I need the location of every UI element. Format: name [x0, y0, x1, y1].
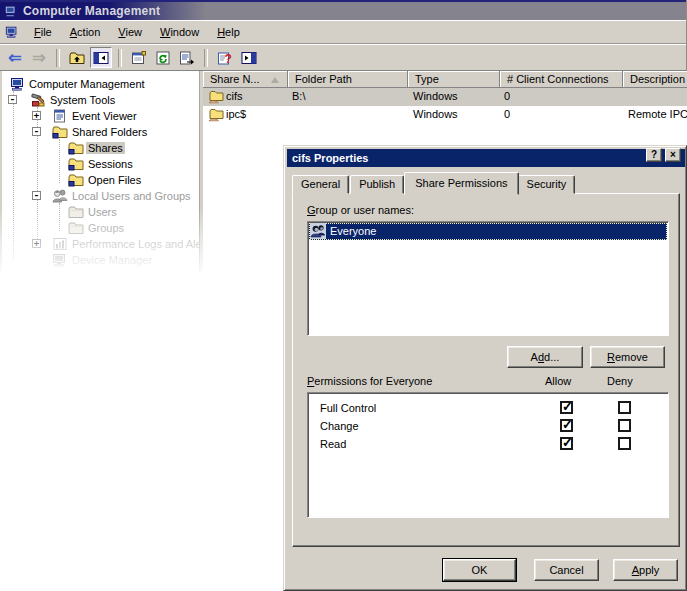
- tree-item-computer-management[interactable]: Computer Management: [2, 76, 199, 92]
- column-header-folder-path[interactable]: Folder Path: [288, 71, 408, 88]
- shared-folder-icon: [68, 140, 84, 156]
- share-row-ipc[interactable]: ipc$ Windows 0 Remote IPC: [203, 106, 687, 124]
- tree-item-system-tools[interactable]: - System Tools: [2, 92, 199, 108]
- close-icon: ×: [670, 150, 676, 160]
- deny-checkbox-full-control[interactable]: [618, 401, 631, 414]
- column-header-type[interactable]: Type: [408, 71, 500, 88]
- menu-file[interactable]: File: [25, 24, 61, 40]
- up-one-level-button[interactable]: [66, 47, 88, 68]
- toolbar-separator: [204, 49, 208, 67]
- everyone-group-icon: [310, 223, 326, 239]
- permission-row-change: Change: [308, 417, 668, 435]
- forward-button[interactable]: ⇒: [28, 47, 50, 68]
- tab-share-permissions[interactable]: Share Permissions: [404, 172, 518, 195]
- performance-icon: [52, 236, 68, 252]
- cifs-properties-dialog: cifs Properties ? × General Publish Shar…: [283, 145, 687, 591]
- computer-icon: [52, 252, 68, 268]
- share-permissions-page: Group or user names: Everyone Add... Rem…: [292, 193, 680, 547]
- share-row-cifs[interactable]: cifs B:\ Windows 0: [203, 88, 687, 106]
- tree-item-open-files[interactable]: Open Files: [2, 172, 199, 188]
- screen: Computer Management File Action View Win…: [0, 0, 687, 591]
- folder-icon: [68, 220, 84, 236]
- menu-view[interactable]: View: [109, 24, 151, 40]
- collapse-toggle[interactable]: -: [32, 127, 41, 136]
- toolbar: ⇐ ⇒: [0, 44, 686, 71]
- allow-checkbox-change[interactable]: [560, 419, 573, 432]
- back-button[interactable]: ⇐: [4, 47, 26, 68]
- permission-row-read: Read: [308, 435, 668, 453]
- close-button[interactable]: ×: [665, 148, 681, 162]
- show-hide-action-pane-button[interactable]: [238, 47, 260, 68]
- context-help-button[interactable]: ?: [646, 148, 662, 162]
- toolbar-separator: [118, 49, 122, 67]
- column-header-description[interactable]: Description: [623, 71, 687, 88]
- dialog-titlebar[interactable]: cifs Properties: [287, 149, 685, 167]
- ok-button[interactable]: OK: [443, 559, 516, 581]
- tree-item-users[interactable]: Users: [2, 204, 199, 220]
- help-icon: [217, 50, 233, 66]
- allow-column-header: Allow: [545, 375, 571, 387]
- tree-item-shares[interactable]: Shares: [2, 140, 199, 156]
- deny-checkbox-change[interactable]: [618, 419, 631, 432]
- tree-item-device-manager[interactable]: Device Manager: [2, 252, 199, 268]
- permissions-for-everyone-label: Permissions for Everyone: [307, 375, 432, 387]
- group-user-listbox[interactable]: Everyone: [307, 221, 669, 336]
- forward-arrow-icon: ⇒: [32, 50, 45, 66]
- list-header: Share N... Folder Path Type # Client Con…: [203, 71, 687, 88]
- shared-folder-icon: [68, 172, 84, 188]
- folder-up-icon: [69, 50, 85, 66]
- menu-help[interactable]: Help: [208, 24, 249, 40]
- computer-icon: [10, 76, 26, 92]
- tree-item-sessions[interactable]: Sessions: [2, 156, 199, 172]
- expand-toggle[interactable]: +: [32, 239, 41, 248]
- users-icon: [52, 188, 68, 204]
- allow-checkbox-full-control[interactable]: [560, 401, 573, 414]
- tab-general[interactable]: General: [292, 175, 349, 194]
- action-pane-icon: [241, 50, 257, 66]
- add-button[interactable]: Add...: [507, 346, 583, 368]
- console-window-icon: [5, 25, 19, 39]
- back-arrow-icon: ⇐: [8, 50, 21, 66]
- tree-item-event-viewer[interactable]: + Event Viewer: [2, 108, 199, 124]
- tree-item-performance-logs-and-alerts[interactable]: + Performance Logs and Alert:: [2, 236, 199, 252]
- list-item-everyone[interactable]: Everyone: [309, 223, 667, 240]
- show-hide-console-tree-button[interactable]: [90, 47, 112, 68]
- tree-item-groups[interactable]: Groups: [2, 220, 199, 236]
- column-header-client-connections[interactable]: # Client Connections: [500, 71, 623, 88]
- tree-item-shared-folders[interactable]: - Shared Folders: [2, 124, 199, 140]
- tab-publish[interactable]: Publish: [350, 175, 404, 194]
- permissions-listbox[interactable]: Full Control Change Read: [307, 392, 669, 518]
- collapse-toggle[interactable]: -: [32, 191, 41, 200]
- tab-security[interactable]: Security: [518, 175, 576, 194]
- export-list-icon: [179, 50, 195, 66]
- tree-item-local-users-and-groups[interactable]: - Local Users and Groups: [2, 188, 199, 204]
- shared-folder-icon: [52, 124, 68, 140]
- menu-window[interactable]: Window: [151, 24, 208, 40]
- sort-ascending-icon: [271, 77, 279, 83]
- export-list-button[interactable]: [176, 47, 198, 68]
- apply-button[interactable]: Apply: [613, 559, 678, 581]
- remove-button[interactable]: Remove: [590, 346, 665, 368]
- properties-icon: [131, 50, 147, 66]
- allow-checkbox-read[interactable]: [560, 437, 573, 450]
- group-or-user-names-label: Group or user names:: [307, 204, 414, 216]
- event-viewer-icon: [52, 108, 68, 124]
- refresh-icon: [155, 50, 171, 66]
- cancel-button[interactable]: Cancel: [534, 559, 599, 581]
- collapse-toggle[interactable]: -: [8, 95, 17, 104]
- shared-folder-hand-icon: [208, 107, 224, 123]
- properties-button[interactable]: [128, 47, 150, 68]
- tab-strip: General Publish Share Permissions Securi…: [292, 171, 576, 194]
- refresh-button[interactable]: [152, 47, 174, 68]
- console-tree-icon: [93, 50, 109, 66]
- menu-action[interactable]: Action: [61, 24, 110, 40]
- help-button[interactable]: [214, 47, 236, 68]
- console-tree-pane: Computer Management - System Tools + Eve…: [2, 71, 200, 273]
- deny-checkbox-read[interactable]: [618, 437, 631, 450]
- shared-folder-icon: [68, 156, 84, 172]
- expand-toggle[interactable]: +: [32, 111, 41, 120]
- window-titlebar[interactable]: Computer Management: [0, 0, 686, 20]
- folder-icon: [68, 204, 84, 220]
- column-header-share-name[interactable]: Share N...: [203, 71, 288, 88]
- deny-column-header: Deny: [607, 375, 633, 387]
